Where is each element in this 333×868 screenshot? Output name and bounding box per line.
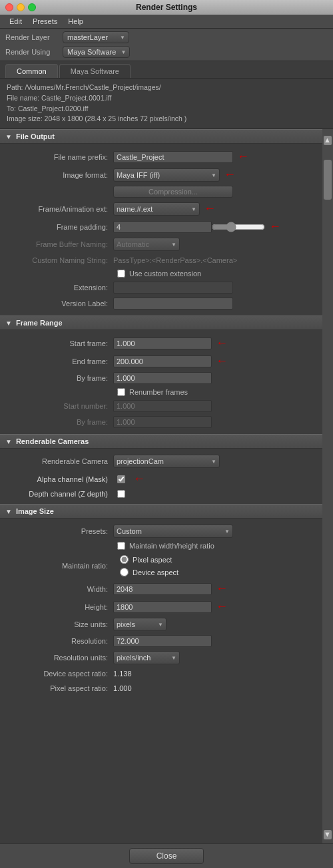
path-info: Path: /Volumes/Mr.French/Castle_Project/… <box>0 79 333 129</box>
alpha-channel-checkbox[interactable] <box>117 475 125 483</box>
pixel-aspect-radio[interactable] <box>120 555 129 564</box>
height-label: Height: <box>7 603 113 611</box>
frame-padding-label: Frame padding: <box>7 223 113 231</box>
alpha-channel-arrow: ← <box>133 472 145 486</box>
menu-edit[interactable]: Edit <box>4 16 27 27</box>
menu-presets[interactable]: Presets <box>27 16 63 27</box>
file-name-prefix-input[interactable] <box>113 151 233 163</box>
scroll-down-arrow[interactable]: ▼ <box>324 830 332 839</box>
start-number-row: Start number: <box>0 398 322 414</box>
frame-range-header[interactable]: ▼ Frame Range <box>0 316 322 330</box>
maintain-ratio-checkbox[interactable] <box>117 542 125 550</box>
frame-padding-arrow: ← <box>269 220 281 234</box>
width-row: Width: ← <box>0 580 322 598</box>
version-label-input[interactable] <box>113 298 233 310</box>
maximize-button[interactable] <box>28 3 36 11</box>
scroll-thumb[interactable] <box>324 160 332 200</box>
image-size-header[interactable]: ▼ Image Size <box>0 504 322 519</box>
close-button[interactable]: Close <box>129 848 204 864</box>
resolution-units-wrapper: pixels/inch <box>113 651 180 664</box>
renumber-frames-label: Renumber frames <box>129 388 188 396</box>
device-aspect-row: Device aspect <box>113 566 185 578</box>
frame-padding-input[interactable] <box>113 221 212 233</box>
resolution-row: Resolution: <box>0 633 322 649</box>
image-format-label: Image format: <box>7 171 113 179</box>
frame-anim-ext-select[interactable]: name.#.ext <box>113 202 200 216</box>
end-frame-label: End frame: <box>7 357 113 365</box>
alpha-channel-row: Alpha channel (Mask) ← <box>0 470 322 488</box>
renderable-cameras-body: Renderable Camera projectionCam Alpha ch… <box>0 449 322 504</box>
start-frame-arrow: ← <box>216 336 228 350</box>
image-size-label: Image Size <box>16 507 54 515</box>
resolution-input[interactable] <box>113 635 212 647</box>
compression-button[interactable]: Compression... <box>113 186 233 198</box>
frame-buffer-naming-select[interactable]: Automatic <box>113 238 180 251</box>
frame-padding-slider[interactable] <box>212 222 265 232</box>
by-frame-input[interactable] <box>113 372 212 384</box>
menu-help[interactable]: Help <box>63 16 89 27</box>
close-button[interactable] <box>5 3 13 11</box>
device-aspect-label: Device aspect <box>133 568 178 576</box>
renderable-cameras-triangle: ▼ <box>5 438 12 445</box>
minimize-button[interactable] <box>17 3 25 11</box>
scrollbar[interactable]: ▲ ▼ <box>322 129 333 843</box>
renderable-cameras-label: Renderable Cameras <box>16 437 89 445</box>
frame-range-triangle: ▼ <box>5 320 12 327</box>
maintain-ratio-checkbox-row: Maintain width/height ratio <box>0 540 322 552</box>
by-frame2-row: By frame: <box>0 414 322 430</box>
menu-bar: Edit Presets Help <box>0 15 333 29</box>
use-custom-ext-checkbox[interactable] <box>117 270 125 278</box>
file-output-triangle: ▼ <box>5 133 12 140</box>
render-layer-row: Render Layer masterLayer <box>5 31 328 43</box>
tab-maya-software[interactable]: Maya Software <box>59 64 131 78</box>
depth-channel-checkbox[interactable] <box>117 490 125 498</box>
presets-select[interactable]: Custom <box>113 525 233 538</box>
start-number-input[interactable] <box>113 400 212 412</box>
path-line1: Path: /Volumes/Mr.French/Castle_Project/… <box>7 83 326 93</box>
renderable-camera-select[interactable]: projectionCam <box>113 455 220 468</box>
extension-row: Extension: <box>0 280 322 296</box>
render-using-row: Render Using Maya Software <box>5 46 328 58</box>
pixel-aspect-label: Pixel aspect <box>133 556 172 564</box>
by-frame-row: By frame: <box>0 370 322 386</box>
alpha-channel-label: Alpha channel (Mask) <box>7 475 113 483</box>
resolution-label: Resolution: <box>7 637 113 645</box>
image-format-select[interactable]: Maya IFF (iff) <box>113 168 220 182</box>
renderable-cameras-header[interactable]: ▼ Renderable Cameras <box>0 434 322 449</box>
by-frame2-input[interactable] <box>113 416 212 428</box>
custom-naming-value: PassType>:<RenderPass>.<Camera> <box>113 256 237 264</box>
extension-input[interactable] <box>113 282 233 294</box>
start-frame-input[interactable] <box>113 337 212 349</box>
device-aspect-ratio-value: 1.138 <box>113 670 132 678</box>
frame-buffer-naming-wrapper: Automatic <box>113 238 180 251</box>
device-aspect-radio[interactable] <box>120 568 129 576</box>
renumber-frames-checkbox[interactable] <box>117 388 125 396</box>
width-input[interactable] <box>113 583 212 595</box>
maintain-ratio-checkbox-label: Maintain width/height ratio <box>129 542 214 550</box>
window-title: Render Settings <box>136 3 197 12</box>
height-input[interactable] <box>113 601 212 613</box>
resolution-units-select[interactable]: pixels/inch <box>113 651 180 664</box>
frame-range-body: Start frame: ← End frame: ← By frame: Re… <box>0 330 322 434</box>
renderable-camera-row: Renderable Camera projectionCam <box>0 453 322 470</box>
tab-common[interactable]: Common <box>5 64 58 78</box>
render-using-dropdown[interactable]: Maya Software <box>63 46 130 58</box>
end-frame-input[interactable] <box>113 355 212 367</box>
size-units-row: Size units: pixels <box>0 616 322 633</box>
use-custom-ext-label: Use custom extension <box>129 270 201 278</box>
width-arrow: ← <box>216 582 228 596</box>
file-output-header[interactable]: ▼ File Output <box>0 129 322 144</box>
depth-channel-row: Depth channel (Z depth) <box>0 488 322 500</box>
start-frame-label: Start frame: <box>7 339 113 347</box>
title-bar: Render Settings <box>0 0 333 15</box>
size-units-select[interactable]: pixels <box>113 618 166 631</box>
render-layer-dropdown[interactable]: masterLayer <box>63 31 129 43</box>
scroll-up-arrow[interactable]: ▲ <box>324 136 332 145</box>
render-layer-label: Render Layer <box>5 33 59 41</box>
image-size-triangle: ▼ <box>5 508 12 515</box>
height-row: Height: ← <box>0 598 322 616</box>
frame-anim-ext-arrow: ← <box>204 202 216 216</box>
renumber-frames-row: Renumber frames <box>0 386 322 398</box>
path-line3: To: Castle_Project.0200.iff <box>7 104 326 114</box>
presets-wrapper: Custom <box>113 525 233 538</box>
